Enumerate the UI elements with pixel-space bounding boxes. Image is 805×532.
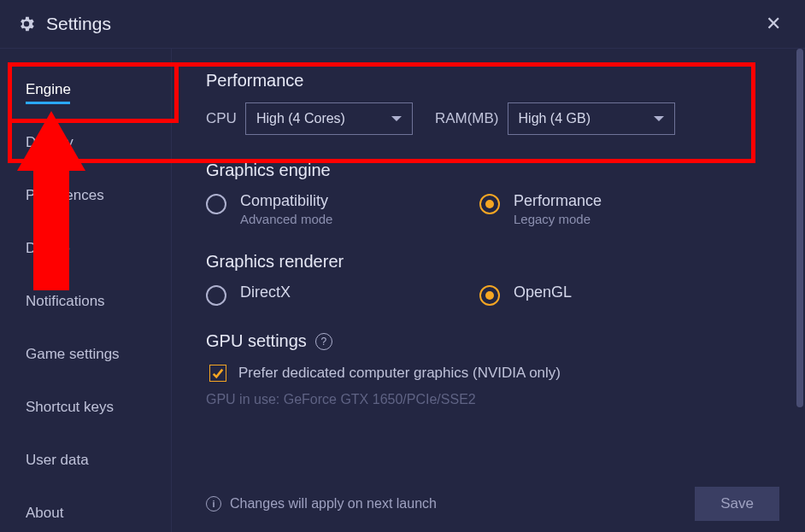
graphics-renderer-title: Graphics renderer	[206, 252, 779, 272]
sidebar-item-display[interactable]: Display	[0, 126, 171, 160]
radio-label: OpenGL	[514, 284, 572, 301]
help-icon[interactable]: ?	[315, 333, 332, 350]
radio-label: DirectX	[240, 284, 291, 301]
radio-directx[interactable]: DirectX	[206, 284, 479, 306]
ram-value: High (4 GB)	[519, 111, 591, 126]
window-title: Settings	[46, 14, 111, 34]
save-button[interactable]: Save	[695, 487, 779, 521]
footer: i Changes will apply on next launch Save	[206, 487, 779, 521]
gpu-in-use: GPU in use: GeForce GTX 1650/PCIe/SSE2	[206, 392, 779, 407]
radio-label: Compatibility	[240, 192, 332, 210]
cpu-label: CPU	[206, 110, 237, 127]
close-icon[interactable]: ✕	[759, 9, 788, 38]
sidebar-item-preferences[interactable]: Preferences	[0, 178, 171, 213]
ram-select[interactable]: High (4 GB)	[508, 102, 675, 135]
sidebar-item-user-data[interactable]: User data	[0, 443, 171, 477]
radio-label: Performance	[514, 192, 602, 210]
gpu-checkbox-label: Prefer dedicated computer graphics (NVID…	[238, 365, 561, 382]
cpu-select[interactable]: High (4 Cores)	[245, 102, 413, 135]
gear-icon	[17, 15, 36, 33]
main-panel: Performance CPU High (4 Cores) RAM(MB) H…	[172, 49, 805, 532]
radio-performance[interactable]: Performance Legacy mode	[479, 192, 753, 226]
sidebar-item-about[interactable]: About	[0, 496, 171, 530]
ram-label: RAM(MB)	[435, 110, 499, 127]
info-icon: i	[206, 496, 221, 512]
gpu-checkbox[interactable]	[209, 365, 226, 382]
radio-icon	[479, 285, 500, 306]
radio-icon	[206, 194, 226, 214]
sidebar-item-notifications[interactable]: Notifications	[0, 284, 171, 319]
radio-sublabel: Advanced mode	[240, 212, 332, 226]
footer-note: Changes will apply on next launch	[230, 496, 437, 512]
sidebar-item-device[interactable]: Device	[0, 231, 171, 266]
radio-compatibility[interactable]: Compatibility Advanced mode	[206, 192, 479, 226]
cpu-value: High (4 Cores)	[256, 111, 345, 126]
radio-icon	[479, 194, 500, 214]
radio-opengl[interactable]: OpenGL	[479, 284, 753, 306]
check-icon	[212, 367, 224, 379]
active-underline	[26, 102, 70, 104]
scrollbar[interactable]	[796, 49, 803, 407]
sidebar: Engine Display Preferences Device Notifi…	[0, 49, 172, 532]
performance-title: Performance	[206, 71, 779, 91]
gpu-title: GPU settings	[206, 331, 307, 351]
chevron-down-icon	[654, 116, 664, 121]
radio-sublabel: Legacy mode	[514, 212, 602, 226]
titlebar: Settings ✕	[0, 0, 805, 49]
graphics-engine-title: Graphics engine	[206, 161, 779, 180]
radio-icon	[206, 285, 226, 306]
chevron-down-icon	[391, 116, 402, 121]
sidebar-item-shortcut-keys[interactable]: Shortcut keys	[0, 390, 171, 424]
sidebar-item-game-settings[interactable]: Game settings	[0, 337, 171, 371]
